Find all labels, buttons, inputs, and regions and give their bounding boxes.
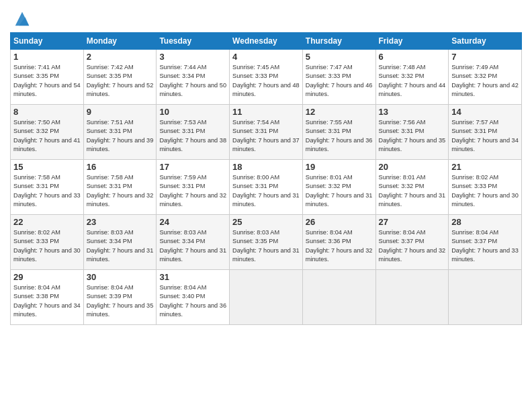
day-number: 6 (379, 52, 446, 62)
day-number: 25 (232, 217, 300, 227)
calendar-cell (375, 270, 449, 325)
logo (10, 9, 32, 28)
calendar-header: SundayMondayTuesdayWednesdayThursdayFrid… (11, 33, 522, 50)
day-number: 8 (13, 107, 81, 117)
day-number: 18 (232, 162, 300, 172)
day-number: 29 (13, 272, 81, 282)
day-info: Sunrise: 7:49 AMSunset: 3:32 PMDaylight:… (451, 63, 519, 99)
calendar-week-3: 15Sunrise: 7:58 AMSunset: 3:31 PMDayligh… (11, 160, 522, 215)
day-info: Sunrise: 8:02 AMSunset: 3:33 PMDaylight:… (451, 173, 519, 209)
calendar-cell: 11Sunrise: 7:54 AMSunset: 3:31 PMDayligh… (230, 105, 303, 160)
calendar-cell: 25Sunrise: 8:03 AMSunset: 3:35 PMDayligh… (230, 215, 303, 270)
calendar-cell (302, 270, 375, 325)
day-info: Sunrise: 8:03 AMSunset: 3:34 PMDaylight:… (159, 228, 226, 264)
day-number: 16 (87, 162, 154, 172)
day-info: Sunrise: 7:47 AMSunset: 3:33 PMDaylight:… (306, 63, 373, 99)
day-info: Sunrise: 7:56 AMSunset: 3:31 PMDaylight:… (379, 118, 446, 154)
day-number: 3 (159, 52, 226, 62)
day-info: Sunrise: 7:54 AMSunset: 3:31 PMDaylight:… (232, 118, 300, 154)
calendar-cell: 15Sunrise: 7:58 AMSunset: 3:31 PMDayligh… (11, 160, 84, 215)
day-info: Sunrise: 8:03 AMSunset: 3:34 PMDaylight:… (87, 228, 154, 264)
day-number: 4 (232, 52, 300, 62)
calendar-cell: 16Sunrise: 7:58 AMSunset: 3:31 PMDayligh… (83, 160, 157, 215)
weekday-header-friday: Friday (375, 33, 449, 50)
day-info: Sunrise: 8:04 AMSunset: 3:36 PMDaylight:… (306, 228, 373, 264)
day-number: 26 (306, 217, 373, 227)
weekday-header-monday: Monday (83, 33, 157, 50)
day-info: Sunrise: 7:45 AMSunset: 3:33 PMDaylight:… (232, 63, 300, 99)
day-info: Sunrise: 7:42 AMSunset: 3:35 PMDaylight:… (87, 63, 154, 99)
day-info: Sunrise: 7:44 AMSunset: 3:34 PMDaylight:… (159, 63, 226, 99)
day-number: 31 (159, 272, 226, 282)
calendar-week-2: 8Sunrise: 7:50 AMSunset: 3:32 PMDaylight… (11, 105, 522, 160)
calendar-cell: 21Sunrise: 8:02 AMSunset: 3:33 PMDayligh… (449, 160, 522, 215)
calendar-week-1: 1Sunrise: 7:41 AMSunset: 3:35 PMDaylight… (11, 50, 522, 105)
day-number: 21 (451, 162, 519, 172)
day-number: 13 (379, 107, 446, 117)
calendar-cell: 26Sunrise: 8:04 AMSunset: 3:36 PMDayligh… (302, 215, 375, 270)
calendar-cell: 6Sunrise: 7:48 AMSunset: 3:32 PMDaylight… (375, 50, 449, 105)
day-number: 27 (379, 217, 446, 227)
day-info: Sunrise: 8:04 AMSunset: 3:37 PMDaylight:… (451, 228, 519, 264)
calendar-cell (449, 270, 522, 325)
calendar-cell: 8Sunrise: 7:50 AMSunset: 3:32 PMDaylight… (11, 105, 84, 160)
day-info: Sunrise: 7:58 AMSunset: 3:31 PMDaylight:… (13, 173, 81, 209)
weekday-header-saturday: Saturday (449, 33, 522, 50)
day-number: 23 (87, 217, 154, 227)
calendar-cell: 22Sunrise: 8:02 AMSunset: 3:33 PMDayligh… (11, 215, 84, 270)
day-info: Sunrise: 7:59 AMSunset: 3:31 PMDaylight:… (159, 173, 226, 209)
calendar-week-4: 22Sunrise: 8:02 AMSunset: 3:33 PMDayligh… (11, 215, 522, 270)
day-number: 12 (306, 107, 373, 117)
day-number: 30 (87, 272, 154, 282)
calendar-week-5: 29Sunrise: 8:04 AMSunset: 3:38 PMDayligh… (11, 270, 522, 325)
calendar-cell: 14Sunrise: 7:57 AMSunset: 3:31 PMDayligh… (449, 105, 522, 160)
weekday-header-sunday: Sunday (11, 33, 84, 50)
day-info: Sunrise: 8:04 AMSunset: 3:39 PMDaylight:… (87, 283, 154, 319)
day-info: Sunrise: 7:51 AMSunset: 3:31 PMDaylight:… (87, 118, 154, 154)
calendar-cell: 20Sunrise: 8:01 AMSunset: 3:32 PMDayligh… (375, 160, 449, 215)
day-number: 14 (451, 107, 519, 117)
calendar-cell: 28Sunrise: 8:04 AMSunset: 3:37 PMDayligh… (449, 215, 522, 270)
day-info: Sunrise: 8:04 AMSunset: 3:37 PMDaylight:… (379, 228, 446, 264)
day-info: Sunrise: 8:00 AMSunset: 3:31 PMDaylight:… (232, 173, 300, 209)
calendar-cell: 18Sunrise: 8:00 AMSunset: 3:31 PMDayligh… (230, 160, 303, 215)
day-number: 28 (451, 217, 519, 227)
calendar-cell: 13Sunrise: 7:56 AMSunset: 3:31 PMDayligh… (375, 105, 449, 160)
calendar-cell: 2Sunrise: 7:42 AMSunset: 3:35 PMDaylight… (83, 50, 157, 105)
calendar-table: SundayMondayTuesdayWednesdayThursdayFrid… (10, 32, 522, 325)
calendar-cell: 10Sunrise: 7:53 AMSunset: 3:31 PMDayligh… (157, 105, 230, 160)
day-number: 2 (87, 52, 154, 62)
day-info: Sunrise: 7:55 AMSunset: 3:31 PMDaylight:… (306, 118, 373, 154)
day-info: Sunrise: 8:01 AMSunset: 3:32 PMDaylight:… (306, 173, 373, 209)
day-info: Sunrise: 8:01 AMSunset: 3:32 PMDaylight:… (379, 173, 446, 209)
weekday-header-row: SundayMondayTuesdayWednesdayThursdayFrid… (11, 33, 522, 50)
day-info: Sunrise: 8:04 AMSunset: 3:40 PMDaylight:… (159, 283, 226, 319)
day-number: 15 (13, 162, 81, 172)
day-info: Sunrise: 8:03 AMSunset: 3:35 PMDaylight:… (232, 228, 300, 264)
weekday-header-wednesday: Wednesday (230, 33, 303, 50)
calendar-body: 1Sunrise: 7:41 AMSunset: 3:35 PMDaylight… (11, 50, 522, 325)
day-number: 10 (159, 107, 226, 117)
day-info: Sunrise: 8:04 AMSunset: 3:38 PMDaylight:… (13, 283, 81, 319)
calendar-cell: 7Sunrise: 7:49 AMSunset: 3:32 PMDaylight… (449, 50, 522, 105)
day-number: 1 (13, 52, 81, 62)
weekday-header-tuesday: Tuesday (157, 33, 230, 50)
calendar-cell: 4Sunrise: 7:45 AMSunset: 3:33 PMDaylight… (230, 50, 303, 105)
day-info: Sunrise: 7:50 AMSunset: 3:32 PMDaylight:… (13, 118, 81, 154)
calendar-cell: 9Sunrise: 7:51 AMSunset: 3:31 PMDaylight… (83, 105, 157, 160)
day-number: 19 (306, 162, 373, 172)
day-number: 24 (159, 217, 226, 227)
weekday-header-thursday: Thursday (302, 33, 375, 50)
calendar-cell (230, 270, 303, 325)
calendar-cell: 29Sunrise: 8:04 AMSunset: 3:38 PMDayligh… (11, 270, 84, 325)
day-number: 5 (306, 52, 373, 62)
header (10, 7, 522, 28)
calendar-cell: 1Sunrise: 7:41 AMSunset: 3:35 PMDaylight… (11, 50, 84, 105)
day-number: 11 (232, 107, 300, 117)
day-number: 20 (379, 162, 446, 172)
day-info: Sunrise: 7:48 AMSunset: 3:32 PMDaylight:… (379, 63, 446, 99)
calendar-cell: 17Sunrise: 7:59 AMSunset: 3:31 PMDayligh… (157, 160, 230, 215)
calendar-cell: 19Sunrise: 8:01 AMSunset: 3:32 PMDayligh… (302, 160, 375, 215)
day-number: 22 (13, 217, 81, 227)
calendar-cell: 24Sunrise: 8:03 AMSunset: 3:34 PMDayligh… (157, 215, 230, 270)
